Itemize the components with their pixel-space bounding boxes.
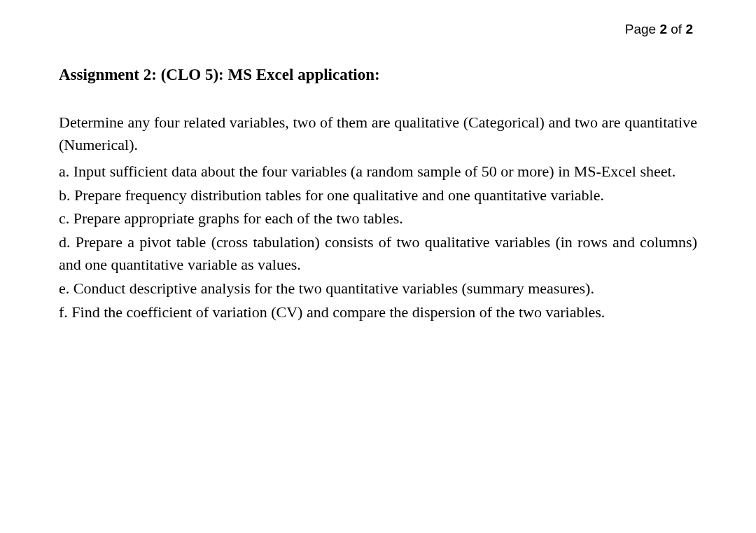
page-current: 2 [659,22,667,36]
item-a: a. Input sufficient data about the four … [59,160,697,183]
intro-paragraph: Determine any four related variables, tw… [59,111,697,156]
page-of-label: of [667,22,685,36]
page-indicator: Page 2 of 2 [59,20,697,39]
page-label-prefix: Page [625,22,660,36]
assignment-title: Assignment 2: (CLO 5): MS Excel applicat… [59,63,697,86]
item-c: c. Prepare appropriate graphs for each o… [59,207,697,230]
item-e: e. Conduct descriptive analysis for the … [59,277,697,300]
item-d: d. Prepare a pivot table (cross tabulati… [59,231,697,276]
item-f: f. Find the coefficient of variation (CV… [59,301,697,324]
item-b: b. Prepare frequency distribution tables… [59,184,697,207]
page-total: 2 [685,22,693,36]
